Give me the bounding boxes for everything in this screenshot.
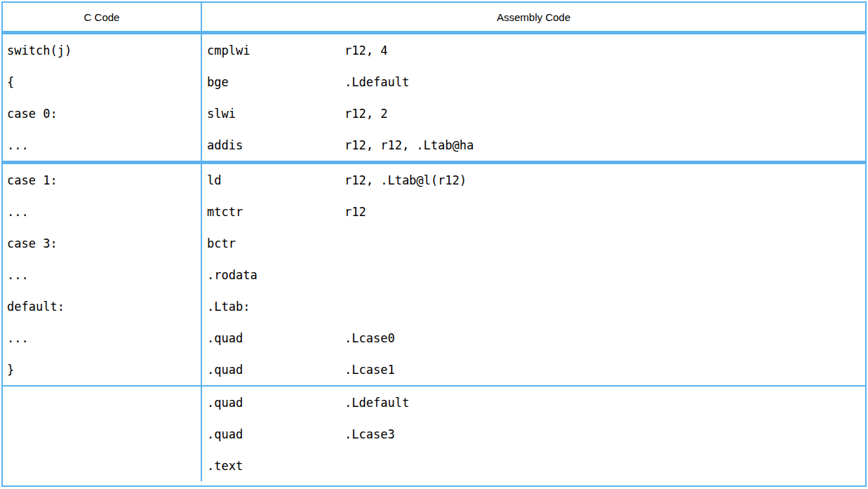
assembly-operands: .Lcase3 xyxy=(345,427,395,441)
assembly-operands: .Ldefault xyxy=(345,75,409,89)
assembly-operands: .Lcase0 xyxy=(345,331,395,345)
assembly-code-line: ldr12, .Ltab@l(r12) xyxy=(207,164,865,196)
assembly-mnemonic: .quad xyxy=(207,396,345,410)
assembly-code-line: .quad.Ldefault xyxy=(207,387,865,418)
assembly-code-line: .Ltab: xyxy=(207,290,865,322)
table-body: switch(j){case 0:...cmplwir12, 4bge.Ldef… xyxy=(3,34,865,481)
assembly-code-cell: cmplwir12, 4bge.Ldefaultslwir12, 2addisr… xyxy=(202,34,865,161)
header-c-code: C Code xyxy=(3,3,202,31)
c-code-line: case 3: xyxy=(7,227,201,259)
c-code-line: ... xyxy=(7,196,201,227)
c-code-cell: case 1:...case 3:...default:...} xyxy=(3,164,202,385)
assembly-code-cell: ldr12, .Ltab@l(r12)mtctrr12bctr.rodata.L… xyxy=(202,164,865,385)
assembly-mnemonic: .Ltab: xyxy=(207,300,345,314)
c-code-line: ... xyxy=(7,259,201,290)
assembly-operands: r12, 2 xyxy=(345,107,387,121)
assembly-mnemonic: .quad xyxy=(207,363,345,377)
c-code-line: ... xyxy=(7,129,201,161)
c-code-line: } xyxy=(7,354,201,385)
assembly-mnemonic: addis xyxy=(207,138,345,152)
assembly-mnemonic: .quad xyxy=(207,427,345,441)
c-code-cell xyxy=(3,387,202,481)
header-assembly-code: Assembly Code xyxy=(202,3,865,31)
assembly-code-line: slwir12, 2 xyxy=(207,98,865,129)
assembly-code-line: cmplwir12, 4 xyxy=(207,34,865,66)
table-row-group: .quad.Ldefault.quad.Lcase3.text xyxy=(3,387,865,481)
table-row-group: case 1:...case 3:...default:...}ldr12, .… xyxy=(3,164,865,385)
assembly-operands: .Ldefault xyxy=(345,396,409,410)
assembly-code-cell: .quad.Ldefault.quad.Lcase3.text xyxy=(202,387,865,481)
code-comparison-table: C Code Assembly Code switch(j){case 0:..… xyxy=(1,1,867,487)
assembly-code-line: .quad.Lcase3 xyxy=(207,418,865,450)
assembly-mnemonic: .quad xyxy=(207,331,345,345)
assembly-operands: r12, r12, .Ltab@ha xyxy=(345,138,474,152)
assembly-code-line: bctr xyxy=(207,227,865,259)
assembly-operands: r12, .Ltab@l(r12) xyxy=(345,173,467,187)
c-code-line: default: xyxy=(7,290,201,322)
assembly-code-line: .rodata xyxy=(207,259,865,290)
c-code-line: switch(j) xyxy=(7,34,201,66)
table-header-row: C Code Assembly Code xyxy=(3,3,865,31)
assembly-code-line: .text xyxy=(207,450,865,481)
assembly-operands: r12 xyxy=(345,205,366,219)
c-code-cell: switch(j){case 0:... xyxy=(3,34,202,161)
assembly-code-line: .quad.Lcase1 xyxy=(207,354,865,385)
assembly-operands: r12, 4 xyxy=(345,43,387,58)
assembly-mnemonic: mtctr xyxy=(207,205,345,219)
assembly-operands: .Lcase1 xyxy=(345,363,395,377)
assembly-code-line: bge.Ldefault xyxy=(207,66,865,98)
assembly-mnemonic: bctr xyxy=(207,236,345,250)
assembly-code-line: mtctrr12 xyxy=(207,196,865,227)
c-code-line: case 0: xyxy=(7,98,201,129)
c-code-line: ... xyxy=(7,322,201,354)
assembly-mnemonic: slwi xyxy=(207,107,345,121)
c-code-line: { xyxy=(7,66,201,98)
assembly-code-line: .quad.Lcase0 xyxy=(207,322,865,354)
c-code-line: case 1: xyxy=(7,164,201,196)
assembly-mnemonic: bge xyxy=(207,75,345,89)
assembly-mnemonic: .rodata xyxy=(207,268,345,282)
table-row-group: switch(j){case 0:...cmplwir12, 4bge.Ldef… xyxy=(3,34,865,161)
assembly-mnemonic: .text xyxy=(207,459,345,473)
assembly-code-line: addisr12, r12, .Ltab@ha xyxy=(207,129,865,161)
assembly-mnemonic: cmplwi xyxy=(207,43,345,58)
assembly-mnemonic: ld xyxy=(207,173,345,187)
